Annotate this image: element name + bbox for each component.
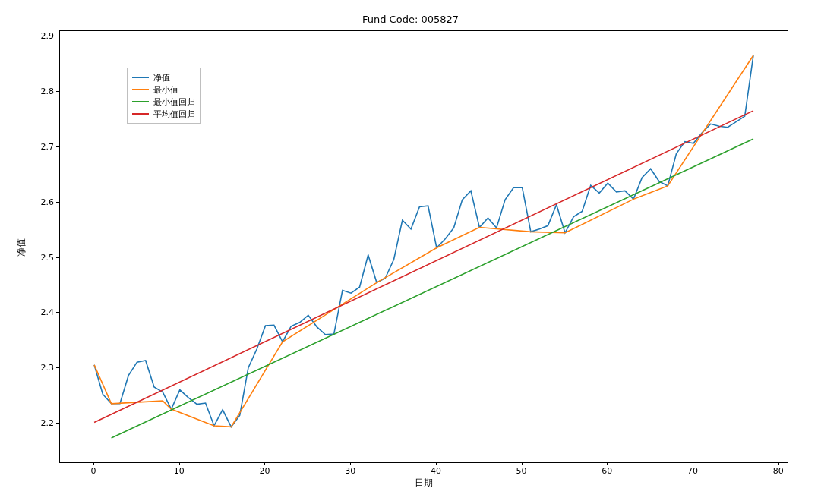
ytick-mark: [56, 36, 59, 36]
xtick-label: 20: [259, 466, 270, 476]
xtick-label: 70: [687, 466, 698, 476]
ytick-mark: [56, 91, 59, 92]
ytick-label: 2.3: [24, 363, 54, 373]
xtick-label: 0: [91, 466, 96, 476]
ytick-mark: [56, 202, 59, 203]
legend-swatch-minvalue: [132, 89, 149, 90]
legend-label-minvalue: 最小值: [153, 84, 178, 96]
ytick-mark: [56, 146, 59, 147]
x-axis-label: 日期: [59, 477, 788, 490]
legend-label-minreg: 最小值回归: [153, 96, 195, 108]
xtick-label: 30: [345, 466, 355, 476]
ytick-label: 2.5: [24, 252, 54, 262]
legend-swatch-minreg: [132, 101, 149, 102]
plot-area: 净值 最小值 最小值回归 平均值回归: [59, 30, 788, 463]
ytick-mark: [56, 312, 59, 313]
legend-label-avgreg: 平均值回归: [153, 109, 195, 120]
legend-label-netvalue: 净值: [153, 72, 170, 83]
xtick-mark: [778, 462, 779, 465]
xtick-mark: [436, 462, 437, 465]
series-line: [112, 139, 753, 438]
legend: 净值 最小值 最小值回归 平均值回归: [127, 68, 201, 124]
xtick-label: 60: [602, 466, 612, 476]
ytick-label: 2.2: [24, 418, 54, 428]
xtick-label: 80: [773, 466, 784, 476]
y-axis-label: 净值: [15, 30, 27, 463]
ytick-mark: [56, 257, 59, 258]
xtick-label: 10: [174, 466, 185, 476]
ytick-label: 2.7: [24, 141, 54, 151]
figure: Fund Code: 005827 净值 最小值 最小值回归 平均值回归 010…: [0, 0, 821, 504]
chart-title: Fund Code: 005827: [0, 14, 821, 25]
series-line: [94, 111, 753, 423]
ytick-label: 2.6: [24, 197, 54, 206]
xtick-mark: [179, 462, 180, 465]
xtick-mark: [350, 462, 351, 465]
xtick-mark: [264, 462, 265, 465]
xtick-mark: [693, 462, 693, 465]
ytick-label: 2.8: [24, 87, 54, 96]
xtick-label: 40: [431, 466, 441, 476]
legend-item-minreg: 最小值回归: [132, 96, 195, 108]
ytick-label: 2.4: [24, 307, 54, 317]
legend-swatch-avgreg: [132, 113, 149, 115]
xtick-mark: [522, 462, 523, 465]
ytick-mark: [56, 367, 59, 368]
xtick-mark: [607, 462, 608, 465]
legend-item-minvalue: 最小值: [132, 83, 195, 96]
legend-item-avgreg: 平均值回归: [132, 108, 195, 120]
ytick-label: 2.9: [24, 31, 54, 41]
legend-item-netvalue: 净值: [132, 71, 195, 83]
xtick-mark: [93, 462, 94, 465]
ytick-mark: [56, 423, 59, 424]
legend-swatch-netvalue: [132, 77, 149, 78]
xtick-label: 50: [516, 466, 527, 476]
